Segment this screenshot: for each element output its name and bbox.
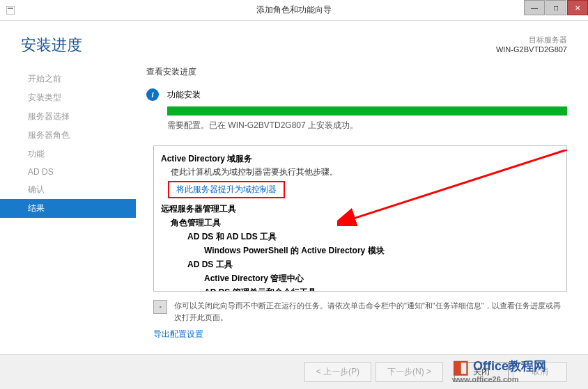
promote-to-dc-link[interactable]: 将此服务器提升为域控制器 xyxy=(168,181,285,198)
progress-fill xyxy=(167,106,567,116)
adlds-tools-label: AD DS 和 AD LDS 工具 xyxy=(161,231,559,243)
adds-tools-label: AD DS 工具 xyxy=(161,259,559,271)
ad-ds-subtitle: 使此计算机成为域控制器需要执行其他步骤。 xyxy=(161,166,559,178)
feature-results-box: Active Directory 域服务 使此计算机成为域控制器需要执行其他步骤… xyxy=(153,145,567,292)
sidebar-item-result[interactable]: 结果 xyxy=(0,199,136,218)
progress-area: 需要配置。已在 WIN-G2BVTD2G807 上安装成功。 xyxy=(167,106,567,132)
sidebar: 开始之前 安装类型 服务器选择 服务器角色 功能 AD DS 确认 结果 xyxy=(0,63,136,355)
ad-center-label: Active Directory 管理中心 xyxy=(161,273,559,285)
close-button[interactable]: 关闭 xyxy=(454,362,509,382)
target-server-name: WIN-G2BVTD2G807 xyxy=(496,45,567,54)
sidebar-item-adds: AD DS xyxy=(0,164,136,180)
flag-icon: ▪ xyxy=(153,300,167,314)
next-button: 下一步(N) > xyxy=(376,362,443,382)
close-window-button[interactable]: ✕ xyxy=(567,0,588,15)
svg-rect-0 xyxy=(6,6,15,15)
svg-rect-1 xyxy=(8,8,13,9)
cmd-tools-label: AD DS 管理单元和命令行工具 xyxy=(161,287,559,292)
status-line: i 功能安装 xyxy=(146,88,567,101)
progress-bar xyxy=(167,106,567,116)
note-text: 你可以关闭此向导而不中断正在运行的任务。请依次单击命令栏中的"通知"和"任务详细… xyxy=(174,300,567,323)
sidebar-item-type: 安装类型 xyxy=(0,88,136,107)
sidebar-item-server-select: 服务器选择 xyxy=(0,107,136,126)
target-server-info: 目标服务器 WIN-G2BVTD2G807 xyxy=(496,35,567,54)
sidebar-item-before: 开始之前 xyxy=(0,70,136,88)
ad-ds-title: Active Directory 域服务 xyxy=(161,153,559,165)
window-title: 添加角色和功能向导 xyxy=(256,4,332,16)
remote-tools-label: 远程服务器管理工具 xyxy=(161,203,559,215)
previous-button: < 上一步(P) xyxy=(304,362,371,382)
sidebar-item-server-role: 服务器角色 xyxy=(0,126,136,145)
header: 安装进度 目标服务器 WIN-G2BVTD2G807 xyxy=(0,21,588,63)
target-label: 目标服务器 xyxy=(496,35,567,45)
sidebar-item-features: 功能 xyxy=(0,145,136,164)
page-title: 安装进度 xyxy=(21,35,82,56)
export-config-link[interactable]: 导出配置设置 xyxy=(153,328,203,340)
note-box: ▪ 你可以关闭此向导而不中断正在运行的任务。请依次单击命令栏中的"通知"和"任务… xyxy=(153,300,567,323)
content-panel: 查看安装进度 i 功能安装 需要配置。已在 WIN-G2BVTD2G807 上安… xyxy=(136,63,588,355)
ps-module-label: Windows PowerShell 的 Active Directory 模块 xyxy=(161,245,559,257)
minimize-button[interactable]: — xyxy=(524,0,545,15)
maximize-button[interactable]: □ xyxy=(546,0,566,15)
view-progress-label: 查看安装进度 xyxy=(146,66,567,78)
system-icon xyxy=(0,6,21,15)
info-icon: i xyxy=(146,88,159,101)
sidebar-item-confirm: 确认 xyxy=(0,180,136,199)
footer-buttons: < 上一步(P) 下一步(N) > 关闭 取消 xyxy=(0,354,588,389)
cancel-button: 取消 xyxy=(513,362,567,382)
role-tools-label: 角色管理工具 xyxy=(161,217,559,229)
status-title: 功能安装 xyxy=(167,89,201,101)
titlebar: 添加角色和功能向导 — □ ✕ xyxy=(0,0,588,21)
window-controls: — □ ✕ xyxy=(523,0,588,15)
main-layout: 开始之前 安装类型 服务器选择 服务器角色 功能 AD DS 确认 结果 查看安… xyxy=(0,63,588,355)
status-message: 需要配置。已在 WIN-G2BVTD2G807 上安装成功。 xyxy=(167,120,567,132)
